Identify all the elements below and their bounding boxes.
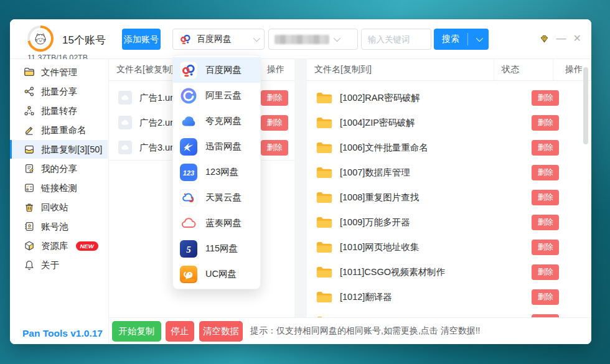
delete-button[interactable]: 删除 — [532, 289, 559, 305]
drive-menu-label: 123网盘 — [205, 166, 238, 178]
drive-menu-item-quark[interactable]: 夸克网盘 — [173, 108, 260, 134]
sidebar-item-link-check[interactable]: 链接检测 — [10, 179, 108, 197]
table-row[interactable]: [1009]万能多开器 删除 — [307, 210, 591, 235]
folder-name: [1009]万能多开器 — [340, 217, 410, 228]
delete-button[interactable]: 删除 — [261, 90, 288, 106]
scrollbar-thumb[interactable] — [583, 67, 588, 144]
sidebar: 文件管理 批量分享 批量转存 — [10, 59, 109, 344]
sidebar-item-label: 我的分享 — [41, 163, 77, 175]
drive-dropdown-menu: 百度网盘 阿里云盘 夸克网盘 迅雷网盘 — [172, 55, 261, 289]
destination-folder-list: [1002]RAR密码破解 删除 [1004]ZIP密码破解 删除 — [307, 81, 591, 309]
drive-menu-label: 天翼云盘 — [205, 192, 242, 203]
close-button[interactable]: ✕ — [573, 33, 581, 44]
destination-folder-panel: 文件名[复制到] 状态 操作 [1002]RAR密码破解 删除 — [307, 59, 591, 317]
delete-button[interactable]: 删除 — [532, 215, 559, 230]
table-row[interactable]: [1002]RAR密码破解 删除 — [307, 85, 591, 110]
drive-select[interactable]: 百度网盘 — [172, 29, 265, 50]
delete-button[interactable]: 删除 — [532, 140, 559, 156]
xunlei-pan-icon — [180, 138, 197, 156]
sidebar-item-batch-rename[interactable]: 批量重命名 — [10, 121, 108, 139]
search-dropdown-toggle[interactable] — [468, 29, 489, 50]
table-row[interactable]: [1006]文件批量重命名 删除 — [307, 135, 591, 160]
sidebar-item-file-manage[interactable]: 文件管理 — [10, 63, 108, 82]
cat-logo-icon — [32, 30, 49, 47]
folder-icon — [316, 241, 332, 254]
gem-icon[interactable] — [539, 34, 550, 44]
svg-text:5: 5 — [186, 244, 191, 254]
accounts-count-label: 15个账号 — [62, 33, 106, 47]
drive-menu-item-115[interactable]: 5 115网盘 — [173, 236, 260, 261]
sidebar-item-batch-copy[interactable]: 批量复制[3][50] — [10, 140, 108, 159]
drive-menu-item-lanzou[interactable]: 蓝奏网盘 — [173, 210, 260, 236]
table-row[interactable]: [1004]ZIP密码破解 删除 — [307, 110, 591, 135]
drive-menu-item-xunlei[interactable]: 迅雷网盘 — [173, 134, 260, 159]
quark-pan-icon — [180, 113, 197, 130]
drive-menu-item-baidu[interactable]: 百度网盘 — [173, 57, 260, 83]
table-row[interactable]: [1011]CSGO视频素材制作 删除 — [307, 259, 591, 284]
sidebar-item-resource-library[interactable]: 资源库 NEW — [10, 236, 108, 255]
sidebar-item-recycle-bin[interactable]: 回收站 — [10, 198, 108, 217]
delete-button[interactable]: 删除 — [532, 90, 559, 106]
folder-name: [1008]重复图片查找 — [340, 192, 419, 203]
account-pool-icon — [24, 221, 35, 232]
sidebar-item-label: 回收站 — [41, 202, 68, 213]
delete-button[interactable]: 删除 — [532, 190, 559, 205]
clear-data-button[interactable]: 清空数据 — [199, 321, 243, 342]
minimize-button[interactable]: — — [556, 33, 566, 44]
file-icon — [118, 141, 132, 154]
drive-menu-label: 阿里云盘 — [205, 90, 242, 101]
drive-menu-item-123pan[interactable]: 123 123网盘 — [173, 159, 260, 185]
baidu-pan-icon — [179, 32, 192, 46]
table-row[interactable]: [1010]网页地址收集 删除 — [307, 235, 591, 259]
sidebar-item-my-shares[interactable]: 我的分享 — [10, 159, 108, 178]
baidu-pan-icon — [180, 62, 197, 79]
account-select-masked-value — [274, 35, 329, 44]
115-pan-icon: 5 — [180, 240, 197, 258]
start-copy-button[interactable]: 开始复制 — [112, 321, 161, 342]
sidebar-item-about[interactable]: 关于 — [10, 256, 108, 274]
drive-menu-item-tianyi[interactable]: 天翼云盘 — [173, 185, 260, 210]
delete-button[interactable]: 删除 — [532, 240, 559, 255]
new-badge: NEW — [76, 241, 98, 251]
table-row-partial[interactable] — [307, 309, 591, 317]
folder-name: [1007]数据库管理 — [340, 167, 410, 179]
drive-menu-item-uc[interactable]: UC网盘 — [173, 261, 260, 287]
drive-menu-label: 迅雷网盘 — [205, 141, 242, 152]
sidebar-item-batch-share[interactable]: 批量分享 — [10, 82, 108, 101]
drive-menu-item-aliyun[interactable]: 阿里云盘 — [173, 83, 260, 108]
sidebar-item-label: 批量重命名 — [41, 124, 87, 136]
chevron-down-icon — [476, 35, 482, 42]
delete-button[interactable]: 删除 — [532, 115, 559, 131]
folder-icon — [316, 291, 332, 304]
delete-button[interactable]: 删除 — [261, 115, 288, 131]
account-select[interactable] — [268, 29, 358, 50]
link-check-icon — [24, 182, 35, 194]
delete-button[interactable]: 删除 — [532, 165, 559, 180]
table-row[interactable]: [1012]翻译器 删除 — [307, 284, 591, 309]
app-window: 15个账号 11.37TB/16.02TB 添加账号 百度网盘 搜索 — [10, 19, 591, 344]
sidebar-item-label: 链接检测 — [41, 182, 77, 194]
sidebar-item-batch-transfer[interactable]: 批量转存 — [10, 101, 108, 120]
stop-button[interactable]: 停止 — [166, 321, 194, 342]
delete-button[interactable]: 删除 — [532, 264, 559, 280]
search-button[interactable]: 搜索 — [434, 29, 489, 50]
share-icon — [24, 86, 35, 97]
add-account-button[interactable]: 添加账号 — [122, 29, 161, 50]
table-row[interactable]: [1007]数据库管理 删除 — [307, 160, 591, 185]
folder-icon — [316, 216, 332, 229]
panel-divider — [294, 59, 307, 317]
folder-icon — [316, 91, 332, 105]
sidebar-item-label: 资源库 — [41, 240, 68, 252]
table-row[interactable]: [1008]重复图片查找 删除 — [307, 185, 591, 210]
folder-name: [1010]网页地址收集 — [340, 241, 419, 253]
keyword-input[interactable] — [361, 29, 431, 50]
uc-pan-icon — [180, 266, 197, 283]
storage-progress-ring — [27, 26, 54, 52]
sidebar-item-account-pool[interactable]: 账号池 — [10, 217, 108, 236]
123-pan-icon: 123 — [180, 164, 197, 181]
app-logo — [30, 28, 51, 49]
column-header-status: 状态 — [494, 59, 553, 80]
drive-menu-label: UC网盘 — [205, 268, 237, 280]
delete-button[interactable]: 删除 — [261, 140, 288, 156]
sidebar-item-label: 关于 — [41, 259, 59, 271]
